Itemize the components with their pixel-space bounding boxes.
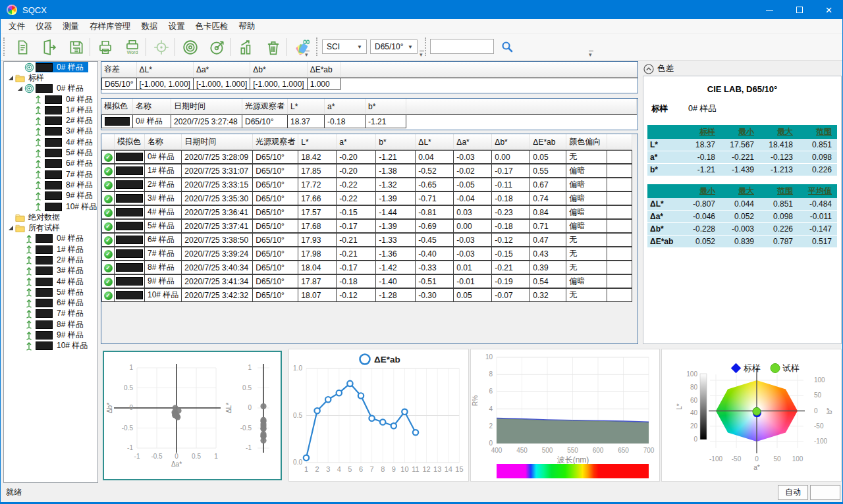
tree-item-folder[interactable]: 所有试样 — [4, 222, 97, 233]
tree-item-sample[interactable]: 3# 样品 — [4, 266, 97, 276]
search-input[interactable] — [430, 39, 494, 54]
cell: -0.81 — [416, 205, 454, 219]
tree-item-sample[interactable]: 8# 样品 — [4, 319, 97, 330]
measure-sample-button[interactable] — [205, 36, 230, 59]
tree-item-sample[interactable]: 8# 样品 — [4, 180, 97, 190]
toolbar-overflow-icon[interactable]: ▾ — [589, 51, 593, 58]
tree-item-sample[interactable]: 6# 样品 — [4, 298, 97, 309]
sample-row[interactable]: ✓0# 样品2020/7/25 3:28:09D65/10°18.42-0.20… — [101, 150, 632, 164]
tree-item-sample[interactable]: 2# 样品 — [4, 255, 97, 265]
menu-item-6[interactable]: 色卡匹检 — [190, 19, 234, 34]
cell: 2020/7/25 3:31:07 — [182, 164, 253, 178]
tree-item-current-standard[interactable]: 0# 样品 — [4, 62, 97, 72]
svg-text:0: 0 — [814, 407, 818, 415]
menu-item-5[interactable]: 设置 — [163, 19, 190, 34]
cell: 0.05 — [454, 288, 492, 302]
svg-text:6: 6 — [489, 388, 493, 395]
tree-item-sample[interactable]: 0# 样品 — [4, 234, 97, 244]
color-card-button[interactable] — [289, 36, 314, 59]
delta-ab-scatter-chart[interactable]: -1-0.500.5110.50-0.5-1Δa*Δb*10.50-0.5-1Δ… — [103, 351, 282, 480]
tree-item-sample[interactable]: 4# 样品 — [4, 137, 97, 147]
tree-item-sample[interactable]: 5# 样品 — [4, 287, 97, 297]
tree-item-sample[interactable]: 7# 样品 — [4, 309, 97, 319]
tree-item-sample[interactable]: 6# 样品 — [4, 159, 97, 169]
menu-item-1[interactable]: 仪器 — [30, 19, 57, 34]
tree-item-sample[interactable]: 3# 样品 — [4, 126, 97, 137]
cell: ✓ — [101, 274, 115, 288]
minimize-button[interactable] — [755, 1, 784, 19]
cell: b* — [376, 134, 416, 150]
toolbar-overflow-icon[interactable]: ▾ — [420, 51, 424, 58]
tree-item-sample[interactable]: 10# 样品 — [4, 341, 97, 351]
maximize-button[interactable] — [784, 1, 814, 19]
auto-mode-button[interactable]: 自动 — [778, 485, 808, 500]
illuminant-dropdown[interactable]: D65/10°▼ — [370, 39, 418, 54]
cell: -1.21 — [376, 150, 416, 164]
tree-item-folder[interactable]: 标样 — [4, 72, 97, 83]
export-button[interactable] — [37, 36, 62, 59]
sample-row[interactable]: ✓5# 样品2020/7/25 3:37:41D65/10°17.68-0.17… — [101, 219, 632, 233]
expander-icon — [8, 225, 14, 231]
color-swatch — [36, 266, 53, 275]
sci-dropdown[interactable]: SCI▼ — [322, 39, 367, 54]
export-word-button[interactable]: Word — [120, 36, 145, 59]
cell: -1.213 — [759, 164, 798, 176]
cell: -0.19 — [492, 274, 530, 288]
sample-row[interactable]: ✓4# 样品2020/7/25 3:36:41D65/10°17.57-0.15… — [101, 205, 632, 219]
sample-row[interactable]: ✓10# 样品2020/7/25 3:42:32D65/10°18.07-0.1… — [101, 288, 632, 302]
tree-item-sample[interactable]: 10# 样品 — [4, 201, 97, 212]
menu-item-7[interactable]: 帮助 — [234, 19, 261, 34]
tree-item-sample[interactable]: 7# 样品 — [4, 169, 97, 180]
sample-row[interactable]: ✓3# 样品2020/7/25 3:35:30D65/10°17.66-0.22… — [101, 191, 632, 205]
cell: 17.567 — [721, 139, 759, 151]
svg-text:8: 8 — [489, 370, 493, 378]
cell: -0.23 — [492, 205, 530, 219]
tree-item-sample[interactable]: 2# 样品 — [4, 115, 97, 126]
tree-item-sample[interactable]: 1# 样品 — [4, 105, 97, 115]
menu-item-4[interactable]: 数据 — [136, 19, 163, 34]
sample-row[interactable]: ✓6# 样品2020/7/25 3:38:50D65/10°17.93-0.21… — [101, 233, 632, 247]
svg-text:450: 450 — [516, 447, 528, 454]
sample-row[interactable]: ✓7# 样品2020/7/25 3:39:24D65/10°17.98-0.21… — [101, 247, 632, 261]
delta-e-trend-chart[interactable]: 0.00.51.0123456789101112131415ΔE*ab — [288, 349, 469, 482]
expander-icon — [17, 86, 23, 91]
trend-chart-button[interactable] — [234, 36, 259, 59]
sample-row[interactable]: ✓1# 样品2020/7/25 3:31:07D65/10°17.85-0.20… — [101, 164, 632, 178]
svg-text:40: 40 — [690, 409, 698, 416]
reflectance-chart[interactable]: 0246810400450500550600650700波长(nm)R% — [470, 349, 660, 482]
title-bar: SQCX ✕ — [1, 1, 843, 19]
cell: b* — [647, 164, 682, 176]
collapse-panel-button[interactable] — [643, 64, 654, 74]
menu-item-3[interactable]: 存样库管理 — [84, 19, 136, 34]
save-button[interactable] — [64, 36, 89, 59]
tree-item-sample[interactable]: 5# 样品 — [4, 147, 97, 158]
tree-item-sample[interactable]: 9# 样品 — [4, 330, 97, 340]
delete-button[interactable] — [261, 36, 286, 59]
color-swatch — [116, 249, 143, 258]
cell: L* — [298, 134, 337, 150]
cell — [607, 134, 632, 150]
tree-item-sample[interactable]: 0# 样品 — [4, 84, 97, 94]
tree-item-sample[interactable]: 9# 样品 — [4, 191, 97, 201]
menu-item-2[interactable]: 测量 — [57, 19, 84, 34]
print-button[interactable] — [93, 36, 118, 59]
new-document-button[interactable] — [10, 36, 35, 59]
menu-item-0[interactable]: 文件 — [3, 19, 30, 34]
cell: 无 — [566, 261, 607, 274]
calibrate-button[interactable] — [149, 36, 174, 59]
lab-colorwheel-chart[interactable]: -100-50050100a*100500-50-100b*1008060402… — [661, 349, 842, 482]
save-icon — [68, 39, 85, 56]
empty-status-button[interactable] — [810, 485, 840, 500]
tree-item-sample[interactable]: 1# 样品 — [4, 244, 97, 255]
measure-standard-button[interactable] — [178, 36, 203, 59]
search-icon[interactable] — [495, 35, 520, 59]
close-button[interactable]: ✕ — [814, 1, 843, 19]
sample-row[interactable]: ✓8# 样品2020/7/25 3:40:34D65/10°18.04-0.17… — [101, 261, 632, 274]
sample-row[interactable]: ✓2# 样品2020/7/25 3:33:15D65/10°17.72-0.22… — [101, 178, 632, 191]
cell: 0.04 — [416, 150, 454, 164]
tree-item-folder[interactable]: 绝对数据 — [4, 212, 97, 222]
cell: ✓ — [101, 164, 115, 178]
tree-item-sample[interactable]: 4# 样品 — [4, 276, 97, 287]
tree-item-sample[interactable]: 0# 样品 — [4, 94, 97, 105]
sample-row[interactable]: ✓9# 样品2020/7/25 3:41:34D65/10°17.87-0.18… — [101, 274, 632, 288]
